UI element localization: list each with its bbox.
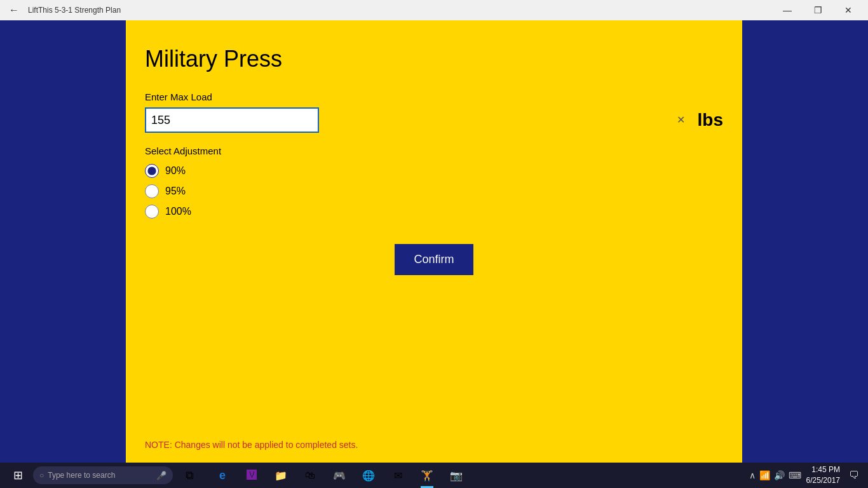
date-display: 6/25/2017 — [806, 475, 840, 486]
back-button[interactable]: ← — [5, 3, 23, 17]
taskbar-app-vs[interactable]: 🆅 — [238, 463, 266, 488]
radio-item-100[interactable]: 100% — [145, 205, 723, 219]
network-icon: 📶 — [759, 470, 770, 480]
page-title: Military Press — [145, 46, 723, 72]
radio-label-90: 90% — [165, 165, 186, 177]
input-row: ✕ lbs — [145, 107, 723, 133]
liftthis-icon: 🏋 — [421, 470, 433, 482]
clock[interactable]: 1:45 PM 6/25/2017 — [806, 464, 840, 486]
select-adjustment-label: Select Adjustment — [145, 146, 723, 156]
radio-label-100: 100% — [165, 206, 191, 217]
window-controls: — ❐ ✕ — [773, 0, 863, 20]
radio-90[interactable] — [145, 164, 159, 178]
enter-max-load-label: Enter Max Load — [145, 92, 723, 102]
clear-input-button[interactable]: ✕ — [675, 114, 686, 126]
taskbar-app-store[interactable]: 🛍 — [296, 463, 324, 488]
taskbar-app-screenshot[interactable]: 📷 — [442, 463, 470, 488]
radio-group: 90% 95% 100% — [145, 164, 723, 219]
radio-item-90[interactable]: 90% — [145, 164, 723, 178]
taskbar-task-view[interactable]: ⧉ — [175, 463, 203, 488]
system-tray-icons: ∧ 📶 🔊 ⌨ — [749, 470, 801, 480]
main-container: Military Press Enter Max Load ✕ lbs Sele… — [0, 20, 868, 463]
start-button[interactable]: ⊞ — [5, 463, 31, 488]
game-icon: 🎮 — [333, 470, 346, 482]
web-icon: 🌐 — [362, 470, 375, 482]
minimize-button[interactable]: — — [773, 0, 802, 20]
radio-95[interactable] — [145, 184, 159, 198]
taskbar-app-explorer[interactable]: 📁 — [267, 463, 295, 488]
unit-label: lbs — [698, 110, 723, 130]
search-icon: ○ — [39, 471, 44, 480]
radio-100[interactable] — [145, 205, 159, 219]
taskbar-app-liftthis[interactable]: 🏋 — [413, 463, 441, 488]
explorer-icon: 📁 — [275, 470, 287, 482]
taskbar: ⊞ ○ Type here to search 🎤 ⧉ e 🆅 📁 🛍 🎮 🌐 … — [0, 463, 868, 488]
store-icon: 🛍 — [305, 470, 315, 481]
input-wrapper: ✕ — [145, 107, 690, 133]
radio-item-95[interactable]: 95% — [145, 184, 723, 198]
taskbar-apps: e 🆅 📁 🛍 🎮 🌐 ✉ 🏋 📷 — [208, 463, 470, 488]
maximize-button[interactable]: ❐ — [803, 0, 832, 20]
taskbar-app-game[interactable]: 🎮 — [325, 463, 353, 488]
max-load-input[interactable] — [145, 107, 319, 133]
taskbar-app-edge[interactable]: e — [208, 463, 236, 488]
close-button[interactable]: ✕ — [834, 0, 863, 20]
mic-icon: 🎤 — [156, 471, 166, 480]
note-text: NOTE: Changes will not be applied to com… — [145, 440, 358, 450]
volume-icon: 🔊 — [774, 470, 785, 480]
search-bar[interactable]: ○ Type here to search 🎤 — [33, 466, 173, 484]
search-placeholder: Type here to search — [48, 471, 115, 480]
chevron-up-icon[interactable]: ∧ — [749, 470, 756, 480]
edge-icon: e — [219, 469, 226, 482]
task-view-icon: ⧉ — [186, 469, 194, 482]
notification-button[interactable]: 🗨 — [845, 466, 863, 484]
screenshot-icon: 📷 — [450, 470, 463, 482]
confirm-button[interactable]: Confirm — [395, 244, 473, 275]
window-title: LiftThis 5-3-1 Strength Plan — [28, 6, 768, 15]
content-area: Military Press Enter Max Load ✕ lbs Sele… — [126, 20, 742, 463]
mail-icon: ✉ — [394, 470, 402, 482]
radio-label-95: 95% — [165, 186, 186, 197]
vs-icon: 🆅 — [247, 470, 257, 481]
taskbar-app-mail[interactable]: ✉ — [384, 463, 412, 488]
taskbar-app-web[interactable]: 🌐 — [355, 463, 383, 488]
taskbar-right: ∧ 📶 🔊 ⌨ 1:45 PM 6/25/2017 🗨 — [749, 464, 863, 486]
time-display: 1:45 PM — [806, 464, 840, 475]
title-bar: ← LiftThis 5-3-1 Strength Plan — ❐ ✕ — [0, 0, 868, 20]
keyboard-icon: ⌨ — [789, 470, 801, 480]
